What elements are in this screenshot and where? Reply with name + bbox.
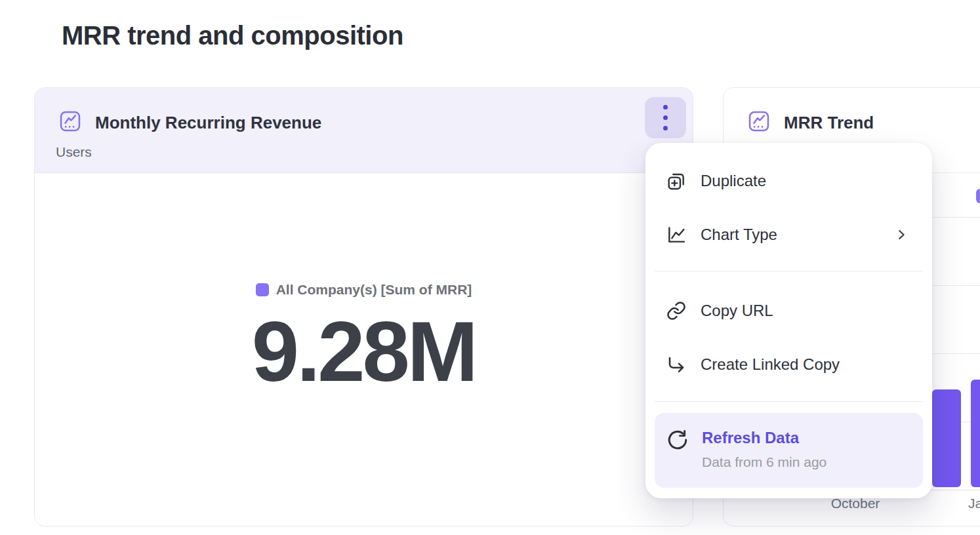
chevron-right-icon bbox=[894, 228, 909, 242]
legend-swatch bbox=[256, 283, 269, 296]
card-options-kebab-button[interactable] bbox=[645, 97, 686, 138]
corner-down-right-icon bbox=[665, 353, 687, 376]
menu-item-duplicate[interactable]: Duplicate bbox=[645, 163, 932, 199]
menu-item-create-linked-copy[interactable]: Create Linked Copy bbox=[645, 346, 932, 383]
bar-january bbox=[971, 380, 980, 487]
refresh-data-age: Data from 6 min ago bbox=[702, 454, 827, 470]
refresh-icon bbox=[666, 429, 689, 451]
x-axis-label: Ja bbox=[968, 496, 980, 511]
mrr-kpi-card: Monthly Recurring Revenue Users All Comp… bbox=[34, 87, 693, 526]
menu-divider bbox=[655, 271, 923, 271]
kebab-dot bbox=[663, 105, 668, 109]
kpi-legend: All Company(s) [Sum of MRR] bbox=[256, 282, 472, 298]
menu-item-chart-type[interactable]: Chart Type bbox=[645, 216, 932, 253]
trend-legend-swatch bbox=[976, 189, 980, 203]
bar-october bbox=[932, 389, 961, 487]
mrr-kpi-card-header: Monthly Recurring Revenue Users bbox=[35, 88, 693, 173]
legend-label: All Company(s) [Sum of MRR] bbox=[276, 282, 472, 298]
chart-widget-icon bbox=[747, 109, 771, 133]
page-title: MRR trend and composition bbox=[62, 21, 403, 50]
kebab-dot bbox=[663, 115, 668, 120]
mrr-trend-card-title: MRR Trend bbox=[784, 113, 874, 133]
chart-widget-icon bbox=[58, 109, 82, 133]
chart-type-icon bbox=[665, 224, 687, 246]
kpi-value: 9.28M bbox=[252, 307, 476, 397]
kebab-dot bbox=[663, 126, 668, 130]
mrr-kpi-card-subtitle: Users bbox=[56, 144, 92, 160]
link-icon bbox=[665, 300, 687, 322]
menu-item-label: Create Linked Copy bbox=[701, 355, 840, 374]
kpi-body: All Company(s) [Sum of MRR] 9.28M bbox=[35, 282, 693, 397]
menu-item-label: Copy URL bbox=[701, 302, 773, 320]
menu-item-label: Refresh Data bbox=[702, 429, 827, 447]
menu-item-label: Duplicate bbox=[701, 172, 766, 190]
duplicate-icon bbox=[665, 170, 687, 192]
menu-item-refresh-data[interactable]: Refresh Data Data from 6 min ago bbox=[655, 413, 923, 488]
menu-item-label: Chart Type bbox=[701, 226, 777, 244]
card-options-menu: Duplicate Chart Type Copy URL bbox=[645, 143, 932, 498]
menu-item-copy-url[interactable]: Copy URL bbox=[645, 292, 932, 329]
menu-divider bbox=[655, 401, 923, 402]
mrr-kpi-card-title: Monthly Recurring Revenue bbox=[95, 113, 321, 133]
